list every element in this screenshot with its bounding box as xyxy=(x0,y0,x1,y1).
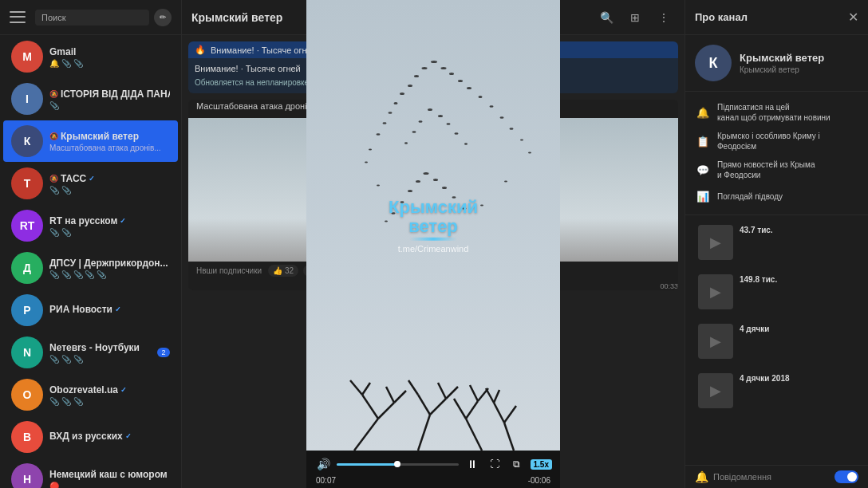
related-item-4[interactable]: ▶ 4 дячки 2018 xyxy=(695,370,858,411)
channel-avatar-noutbuki: N xyxy=(11,336,43,368)
channel-item-noutbuki[interactable]: N Nетевrs - Ноутбуки 📎 📎 📎 2 xyxy=(3,332,178,373)
channel-info-obozrevatel: Obozrevatel.ua ✓ 📎 📎 📎 xyxy=(49,384,170,406)
channel-item-istoriya[interactable]: І 🔕 ІСТОРІЯ ВІД ДІДА ПАНАСА 📎 xyxy=(3,78,178,120)
svg-line-43 xyxy=(362,395,378,419)
watermark-line1: Крымский xyxy=(389,196,478,216)
related-item-2[interactable]: ▶ 149.8 тис. xyxy=(695,271,858,313)
channel-avatar-dpsu: Д xyxy=(11,252,43,284)
svg-point-0 xyxy=(431,61,437,63)
svg-point-36 xyxy=(365,162,368,163)
channel-item-dpsu[interactable]: Д ДПСУ | Держприкордон... ✓ 📎 📎 📎 📎 📎 xyxy=(3,247,178,289)
channel-name-tass: 🔕 ТАСС ✓ xyxy=(49,173,170,184)
right-header-title: Про канал xyxy=(695,11,748,23)
progress-bar[interactable] xyxy=(337,463,459,466)
related-title-2: 149.8 тис. xyxy=(740,274,855,285)
svg-point-23 xyxy=(404,142,408,144)
channel-item-tass[interactable]: Т 🔕 ТАСС ✓ 📎 📎 xyxy=(3,163,178,204)
right-icon-1: 🔔 xyxy=(695,104,711,120)
right-item-2[interactable]: 📋 Крымско і особливо Криму іФеодосієм xyxy=(695,127,858,155)
related-item-1[interactable]: ▶ 43.7 тис. xyxy=(695,222,858,263)
play-pause-button[interactable]: ⏸ xyxy=(464,455,481,473)
channel-name-ria: РИА Новости ✓ xyxy=(49,304,170,315)
channel-avatar-nemeckiy: Н xyxy=(11,463,43,488)
svg-point-34 xyxy=(369,149,372,151)
channel-info-noutbuki: Nетевrs - Ноутбуки 📎 📎 📎 xyxy=(49,342,157,364)
progress-fill xyxy=(337,463,397,466)
channel-preview-dpsu: 📎 📎 📎 📎 📎 xyxy=(49,270,170,279)
right-item-1[interactable]: 🔔 Підписатися на цейканал щоб отримувати… xyxy=(695,98,858,127)
sidebar: Поиск ✏ M Gmail 🔔 📎 📎 І 🔕 ІСТОРІЯ ВІД ДІ… xyxy=(0,0,182,488)
speed-badge[interactable]: 1.5x xyxy=(531,459,552,470)
channel-name-dpsu: ДПСУ | Держприкордон... ✓ xyxy=(49,258,170,269)
svg-point-14 xyxy=(500,116,504,118)
right-close-icon[interactable]: ✕ xyxy=(848,10,858,25)
notif-bell-icon: 🔔 xyxy=(695,470,708,483)
right-label-2: Крымско і особливо Криму іФеодосієм xyxy=(717,131,858,152)
volume-button[interactable]: 🔊 xyxy=(314,455,332,473)
channel-avatar-krymskiy: К xyxy=(11,125,43,157)
svg-point-17 xyxy=(428,108,432,111)
svg-line-44 xyxy=(378,403,394,419)
mute-icon: 🔕 xyxy=(49,175,58,183)
channel-info-nemeckiy: Немецкий каш с юмором 🔴 xyxy=(49,469,170,489)
svg-point-40 xyxy=(480,205,483,207)
watermark-line2: ветер xyxy=(408,216,458,236)
channel-avatar-vhd: В xyxy=(11,421,43,453)
right-item-4[interactable]: 📊 Поглядай підводу xyxy=(695,184,858,208)
channel-item-rt[interactable]: RT RT на русском ✓ 📎 📎 xyxy=(3,205,178,246)
channel-name-vhd: ВХД из русских ✓ xyxy=(49,431,170,442)
channel-item-nemeckiy[interactable]: Н Немецкий каш с юмором 🔴 xyxy=(3,458,178,488)
related-title-4: 4 дячки 2018 xyxy=(740,373,855,384)
channel-info-dpsu: ДПСУ | Держприкордон... ✓ 📎 📎 📎 📎 📎 xyxy=(49,258,170,279)
channel-avatar-obozrevatel: O xyxy=(11,379,43,411)
svg-point-37 xyxy=(528,152,531,154)
pip-button[interactable]: ⧉ xyxy=(508,455,526,473)
notif-toggle[interactable] xyxy=(834,470,858,483)
channel-item-vhd[interactable]: В ВХД из русских ✓ xyxy=(3,416,178,458)
channel-item-krymskiy[interactable]: К 🔕 Крымский ветер Масштабована атака др… xyxy=(3,120,178,162)
video-frame[interactable]: Крымский ветер t.me/Crimeanwind xyxy=(306,0,560,451)
compose-icon[interactable]: ✏ xyxy=(154,9,172,26)
related-thumb-3: ▶ xyxy=(698,324,733,359)
hamburger-icon[interactable] xyxy=(10,10,26,26)
channel-info-tass: 🔕 ТАСС ✓ 📎 📎 xyxy=(49,173,170,195)
notif-text: Повідомлення xyxy=(713,472,830,482)
reaction-btn-1[interactable]: 👍 32 xyxy=(268,265,298,277)
channel-name-nemeckiy: Немецкий каш с юмором xyxy=(49,469,170,480)
channel-preview-istoriya: 📎 xyxy=(49,101,170,110)
channel-item-obozrevatel[interactable]: O Obozrevatel.ua ✓ 📎 📎 📎 xyxy=(3,374,178,415)
right-icon-3: 💬 xyxy=(695,162,711,178)
svg-point-26 xyxy=(416,180,420,183)
fullscreen-button[interactable]: ⛶ xyxy=(486,455,503,473)
profile-name: Крымский ветер xyxy=(740,52,824,64)
channel-item-gmail[interactable]: M Gmail 🔔 📎 📎 xyxy=(3,36,178,77)
svg-point-18 xyxy=(438,115,443,117)
svg-point-35 xyxy=(520,140,523,141)
svg-point-4 xyxy=(449,73,454,75)
svg-point-8 xyxy=(467,87,471,89)
channel-meta-noutbuki: 2 xyxy=(157,348,170,357)
svg-line-57 xyxy=(466,401,478,419)
svg-line-60 xyxy=(504,423,514,451)
related-item-3[interactable]: ▶ 4 дячки xyxy=(695,321,858,362)
channel-avatar-istoriya: І xyxy=(11,83,43,115)
svg-line-50 xyxy=(418,395,430,415)
search-bar[interactable]: Поиск xyxy=(35,10,149,26)
channel-avatar-tass: Т xyxy=(11,167,43,199)
channel-name-rt: RT на русском ✓ xyxy=(49,215,170,226)
layout-icon[interactable]: ⊞ xyxy=(624,6,646,29)
channel-item-ria[interactable]: Р РИА Новости ✓ xyxy=(3,289,178,331)
search-header-icon[interactable]: 🔍 xyxy=(595,6,617,29)
svg-point-41 xyxy=(385,221,388,222)
right-header: Про канал ✕ xyxy=(685,0,868,35)
svg-line-51 xyxy=(430,399,446,415)
right-item-3[interactable]: 💬 Прямо новостей из Крымаи Феодосии xyxy=(695,155,858,184)
channel-list: M Gmail 🔔 📎 📎 І 🔕 ІСТОРІЯ ВІД ДІДА ПАНАС… xyxy=(0,35,181,488)
channel-info-istoriya: 🔕 ІСТОРІЯ ВІД ДІДА ПАНАСА 📎 xyxy=(49,89,170,110)
right-label-3: Прямо новостей из Крымаи Феодосии xyxy=(717,159,858,180)
related-text-2: 149.8 тис. xyxy=(740,274,855,309)
channel-preview-noutbuki: 📎 📎 📎 xyxy=(49,355,157,364)
more-icon[interactable]: ⋮ xyxy=(653,6,675,29)
related-thumb-2: ▶ xyxy=(698,274,733,309)
channel-name-obozrevatel: Obozrevatel.ua ✓ xyxy=(49,384,170,396)
